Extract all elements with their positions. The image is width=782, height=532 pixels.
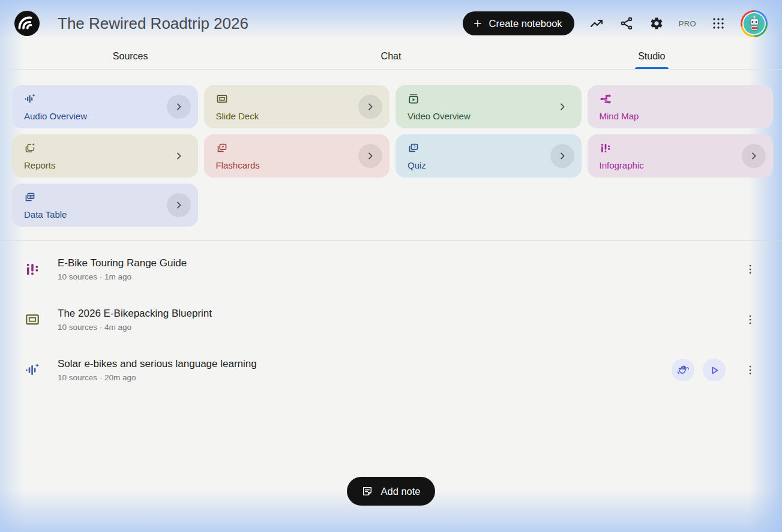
tab-studio[interactable]: Studio (522, 43, 782, 69)
artifact-title: E-Bike Touring Range Guide (58, 257, 187, 269)
more-options-icon[interactable] (742, 362, 758, 378)
list-item-audio-artifact[interactable]: Solar e-bikes and serious language learn… (16, 345, 766, 395)
share-icon[interactable] (619, 16, 634, 31)
more-options-icon[interactable] (742, 312, 758, 327)
chevron-right-icon[interactable] (742, 144, 766, 168)
chevron-right-icon[interactable] (550, 95, 574, 119)
panel-tabs: Sources Chat Studio (0, 43, 782, 70)
slide-deck-icon (24, 311, 41, 328)
audio-waveform-sparkle-icon (24, 93, 36, 105)
chevron-right-icon[interactable] (167, 95, 191, 119)
infographic-bars-icon (600, 142, 612, 154)
chevron-right-icon[interactable] (358, 95, 382, 119)
card-data-table[interactable]: Data Table (12, 184, 198, 227)
app-header: The Rewired Roadtrip 2026 Create noteboo… (0, 0, 782, 43)
artifact-title: Solar e-bikes and serious language learn… (58, 358, 257, 370)
data-table-icon (24, 191, 36, 203)
note-icon (361, 485, 373, 497)
artifact-meta: 10 sources · 20m ago (58, 373, 257, 382)
card-audio-overview[interactable]: Audio Overview (12, 85, 198, 128)
list-item-slide-deck-artifact[interactable]: The 2026 E-Bikepacking Blueprint 10 sour… (16, 294, 766, 345)
card-reports[interactable]: Reports (12, 134, 198, 178)
notebooklm-logo-icon[interactable] (14, 11, 40, 36)
chevron-right-icon[interactable] (550, 144, 574, 168)
google-apps-grid-icon[interactable] (711, 16, 726, 31)
add-note-label: Add note (380, 486, 420, 497)
infographic-bars-icon (24, 261, 41, 278)
card-quiz[interactable]: ? Quiz (396, 134, 582, 178)
mind-map-icon (600, 93, 612, 105)
flashcards-star-icon (216, 142, 228, 154)
chevron-right-icon[interactable] (358, 144, 382, 168)
pro-badge: PRO (679, 19, 696, 28)
user-avatar[interactable] (741, 10, 768, 37)
add-note-button[interactable]: Add note (347, 477, 435, 506)
chevron-right-icon[interactable] (167, 193, 191, 217)
list-item-infographic-artifact[interactable]: E-Bike Touring Range Guide 10 sources · … (16, 244, 766, 294)
analytics-trending-up-icon[interactable] (589, 16, 604, 31)
card-slide-deck[interactable]: Slide Deck (204, 85, 390, 128)
reports-sparkle-icon (24, 142, 36, 154)
settings-gear-icon[interactable] (649, 16, 664, 31)
artifact-title: The 2026 E-Bikepacking Blueprint (58, 308, 212, 320)
create-notebook-label: Create notebook (489, 18, 562, 29)
card-video-overview[interactable]: Video Overview (396, 85, 582, 128)
tab-chat[interactable]: Chat (260, 43, 521, 69)
notebooklm-studio-page: The Rewired Roadtrip 2026 Create noteboo… (0, 0, 782, 532)
quiz-cards-icon: ? (408, 142, 420, 154)
video-overview-icon (408, 93, 420, 105)
avatar-robot-image (742, 12, 766, 35)
audio-waveform-sparkle-icon (24, 362, 41, 378)
add-note-container: Add note (0, 477, 782, 506)
tab-sources[interactable]: Sources (0, 43, 260, 69)
notebook-title[interactable]: The Rewired Roadtrip 2026 (58, 14, 248, 33)
plus-icon (472, 18, 483, 29)
interactive-mode-hand-icon[interactable] (672, 359, 694, 381)
chevron-right-icon[interactable] (167, 144, 191, 168)
play-audio-icon[interactable] (703, 359, 726, 381)
create-notebook-button[interactable]: Create notebook (463, 11, 574, 35)
header-actions: Create notebook PRO (463, 10, 768, 37)
card-flashcards[interactable]: Flashcards (204, 134, 390, 178)
artifact-list: E-Bike Touring Range Guide 10 sources · … (0, 241, 782, 395)
slide-deck-icon (216, 93, 228, 105)
more-options-icon[interactable] (742, 262, 758, 277)
svg-text:?: ? (413, 144, 416, 149)
artifact-meta: 10 sources · 1m ago (58, 272, 187, 281)
card-infographic[interactable]: Infographic (588, 134, 774, 178)
card-mind-map[interactable]: Mind Map (588, 85, 774, 128)
studio-card-grid: Audio Overview Slide Deck Video Overview (0, 70, 782, 240)
active-tab-underline (635, 67, 669, 69)
artifact-meta: 10 sources · 4m ago (58, 323, 212, 332)
